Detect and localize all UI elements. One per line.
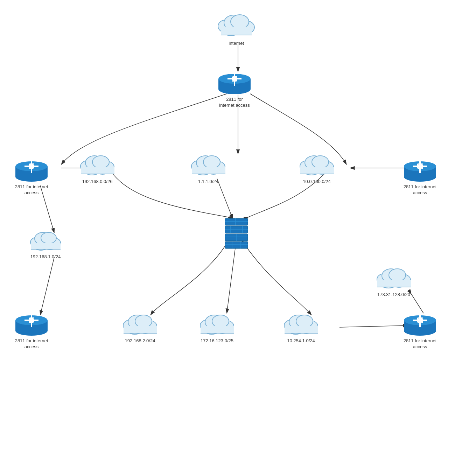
- svg-point-115: [296, 315, 313, 328]
- router-bottom-right-node: 2811 for internet access: [402, 310, 438, 350]
- firewall-node: [223, 214, 250, 252]
- cloud-10-100-node: 10.0.100.0/24: [296, 149, 338, 185]
- cloud-192-1-icon: [26, 226, 65, 252]
- internet-label: Internet: [229, 41, 244, 47]
- cloud-10-254-icon: [280, 308, 322, 336]
- cloud-10-254-node: 10.254.1.0/24: [280, 308, 322, 344]
- svg-point-47: [203, 156, 220, 168]
- cloud-173-node: 173.31.128.0/20: [373, 262, 415, 298]
- cloud-10-100-icon: [296, 149, 338, 177]
- svg-rect-100: [124, 326, 157, 333]
- svg-line-6: [40, 257, 54, 315]
- cloud-192-0-icon: [76, 149, 118, 177]
- svg-point-55: [312, 156, 329, 168]
- cloud-172-node: 172.16.123.0/25: [196, 308, 238, 344]
- cloud-173-icon: [373, 262, 415, 290]
- router-bottom-left-node: 2811 for internet access: [14, 310, 49, 350]
- svg-point-84: [41, 232, 56, 244]
- router-right-node: 2811 for internet access: [402, 156, 438, 196]
- cloud-172-label: 172.16.123.0/25: [201, 338, 233, 344]
- svg-point-39: [92, 156, 109, 168]
- cloud-172-icon: [196, 308, 238, 336]
- cloud-173-label: 173.31.128.0/20: [377, 292, 410, 298]
- svg-rect-65: [225, 241, 248, 248]
- svg-rect-67: [225, 226, 248, 233]
- svg-rect-108: [201, 326, 234, 333]
- cloud-192-2-node: 192.168.2.0/24: [119, 308, 161, 344]
- svg-rect-68: [225, 218, 248, 225]
- router-bottom-right-icon: [402, 310, 438, 336]
- router-bottom-left-label: 2811 for internet access: [15, 338, 48, 350]
- cloud-192-1-label: 192.168.1.0/24: [30, 254, 61, 260]
- svg-rect-18: [221, 27, 252, 35]
- svg-rect-116: [285, 326, 318, 333]
- cloud-192-2-icon: [119, 308, 161, 336]
- cloud-1-1-label: 1.1.1.0/24: [198, 179, 218, 185]
- router-left-node: 2811 for internet access: [14, 156, 49, 196]
- cloud-1-1-icon: [187, 149, 229, 177]
- internet-cloud-icon: [214, 7, 259, 38]
- svg-point-123: [389, 269, 406, 281]
- internet-node: Internet: [214, 7, 259, 47]
- router-right-icon: [402, 156, 438, 182]
- cloud-10-254-label: 10.254.1.0/24: [287, 338, 315, 344]
- cloud-10-100-label: 10.0.100.0/24: [303, 179, 331, 185]
- svg-line-7: [227, 248, 235, 313]
- svg-rect-40: [81, 167, 114, 174]
- router-top-node: 2811 for internet access: [217, 68, 252, 108]
- router-bottom-right-label: 2811 for internet access: [404, 338, 437, 350]
- router-left-icon: [14, 156, 49, 182]
- svg-rect-124: [377, 280, 411, 287]
- cloud-192-2-label: 192.168.2.0/24: [125, 338, 155, 344]
- cloud-192-1-node: 192.168.1.0/24: [26, 226, 65, 260]
- svg-rect-56: [300, 167, 334, 174]
- router-top-label: 2811 for internet access: [219, 97, 250, 108]
- cloud-1-1-node: 1.1.1.0/24: [187, 149, 229, 185]
- cloud-192-0-node: 192.168.0.0/26: [76, 149, 118, 185]
- svg-point-107: [212, 315, 229, 328]
- network-diagram: Internet 2811 for internet access: [0, 0, 476, 476]
- router-bottom-left-icon: [14, 310, 49, 336]
- router-right-label: 2811 for internet access: [404, 184, 437, 196]
- router-top-icon: [217, 68, 252, 94]
- svg-rect-48: [192, 167, 225, 174]
- svg-line-8: [340, 326, 408, 327]
- svg-rect-85: [31, 243, 61, 249]
- firewall-icon: [223, 214, 250, 252]
- svg-point-99: [135, 315, 152, 328]
- cloud-192-0-label: 192.168.0.0/26: [82, 179, 113, 185]
- router-left-label: 2811 for internet access: [15, 184, 48, 196]
